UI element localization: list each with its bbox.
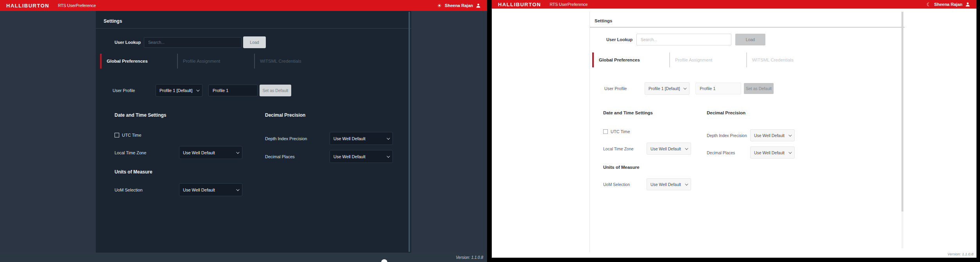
date-time-heading: Date and Time Settings (603, 110, 707, 115)
user-name: Sheena Rajan (445, 3, 473, 8)
right-column: Decimal Precision Depth Index Precision … (265, 112, 393, 196)
profile-name-input[interactable] (695, 83, 741, 94)
chevron-down-icon (685, 182, 688, 185)
load-button[interactable]: Load (243, 36, 266, 48)
utc-time-checkbox[interactable] (603, 129, 608, 134)
preferences-sections: Date and Time Settings UTC Time Local Ti… (603, 110, 905, 190)
decimal-places-value: Use Well Default (754, 150, 785, 155)
page-title: Settings (590, 12, 905, 27)
halliburton-logo: HALLIBURTON (498, 2, 541, 7)
page-body: Settings User Lookup Load Global Prefere… (492, 9, 976, 258)
user-profile-selected-value: Profile 1 [Default] (649, 86, 680, 91)
halliburton-logo: HALLIBURTON (6, 3, 49, 9)
depth-index-precision-select[interactable]: Use Well Default (330, 132, 393, 145)
user-lookup-label: User Lookup (115, 40, 144, 45)
user-profile-select[interactable]: Profile 1 [Default] (156, 84, 202, 97)
chevron-down-icon (788, 133, 792, 136)
depth-index-precision-select[interactable]: Use Well Default (750, 129, 795, 141)
uom-selection-select[interactable]: Use Well Default (179, 183, 242, 196)
uom-selection-select[interactable]: Use Well Default (647, 178, 691, 190)
page-title: Settings (96, 11, 411, 29)
uom-selection-label: UoM Selection (603, 182, 647, 187)
depth-index-precision-label: Depth Index Precision (707, 133, 750, 138)
left-column: Date and Time Settings UTC Time Local Ti… (603, 110, 707, 190)
vertical-scrollbar[interactable] (901, 12, 903, 248)
moon-icon[interactable]: ☾ (926, 2, 931, 7)
chevron-down-icon (196, 88, 199, 91)
version-label: Version: 1.1.0.8 (948, 252, 973, 256)
user-name: Sheena Rajan (934, 2, 962, 7)
user-profile-label: User Profile (113, 88, 156, 93)
utc-time-checkbox[interactable] (115, 133, 119, 137)
version-label: Version: 1.1.0.8 (456, 255, 483, 260)
settings-card: Settings User Lookup Load Global Prefere… (589, 12, 905, 252)
local-time-zone-label: Local Time Zone (115, 150, 179, 155)
decimal-places-row: Decimal Places Use Well Default (265, 150, 393, 163)
app-header: HALLIBURTON RTS UserPreference ☀ Sheena … (0, 0, 487, 11)
decimal-places-value: Use Well Default (333, 154, 365, 159)
utc-time-label: UTC Time (122, 133, 142, 137)
tab-profile-assignment[interactable]: Profile Assignment (177, 54, 254, 69)
decimal-places-label: Decimal Places (707, 150, 750, 155)
utc-time-row: UTC Time (603, 129, 707, 134)
uom-selection-value: Use Well Default (183, 188, 215, 192)
uom-selection-row: UoM Selection Use Well Default (603, 178, 707, 190)
left-column: Date and Time Settings UTC Time Local Ti… (115, 112, 265, 196)
decimal-places-row: Decimal Places Use Well Default (707, 146, 795, 159)
tab-profile-assignment[interactable]: Profile Assignment (669, 52, 746, 67)
set-as-default-button[interactable]: Set as Default (260, 85, 291, 96)
tab-global-preferences[interactable]: Global Preferences (592, 52, 669, 67)
preferences-sections: Date and Time Settings UTC Time Local Ti… (115, 112, 411, 196)
depth-index-precision-label: Depth Index Precision (265, 136, 330, 141)
depth-index-precision-value: Use Well Default (754, 133, 785, 138)
user-lookup-label: User Lookup (606, 37, 636, 42)
sun-icon[interactable]: ☀ (437, 3, 442, 8)
date-time-heading: Date and Time Settings (115, 112, 265, 118)
dual-theme-screenshot: HALLIBURTON RTS UserPreference ☀ Sheena … (0, 0, 980, 262)
utc-time-row: UTC Time (115, 133, 265, 137)
decimal-places-select[interactable]: Use Well Default (750, 146, 795, 159)
app-header: HALLIBURTON RTS UserPreference ☾ Sheena … (492, 0, 976, 9)
user-profile-label: User Profile (604, 86, 645, 91)
user-profile-row: User Profile Profile 1 [Default] Set as … (113, 84, 411, 97)
user-lookup-search-input[interactable] (144, 37, 242, 48)
user-lookup-row: User Lookup Load (115, 36, 411, 48)
right-column: Decimal Precision Depth Index Precision … (707, 110, 795, 190)
units-of-measure-heading: Units of Measure (115, 169, 265, 175)
local-time-zone-value: Use Well Default (650, 146, 681, 151)
profile-name-input[interactable] (208, 85, 258, 96)
units-of-measure-heading: Units of Measure (603, 165, 707, 170)
local-time-zone-label: Local Time Zone (603, 146, 647, 151)
page-body: Settings User Lookup Load Global Prefere… (0, 11, 487, 262)
local-time-zone-select[interactable]: Use Well Default (647, 143, 691, 155)
decimal-precision-heading: Decimal Precision (265, 112, 393, 118)
set-as-default-button[interactable]: Set as Default (744, 83, 774, 94)
app-title: RTS UserPreference (58, 3, 96, 8)
chevron-down-icon (683, 86, 686, 89)
utc-time-label: UTC Time (611, 129, 630, 134)
tab-witsml-credentials[interactable]: WITSML Credentials (746, 52, 823, 67)
person-icon[interactable] (476, 3, 481, 8)
uom-selection-value: Use Well Default (650, 182, 681, 187)
settings-tabs: Global Preferences Profile Assignment WI… (592, 52, 905, 67)
depth-index-precision-value: Use Well Default (333, 136, 365, 141)
tab-global-preferences[interactable]: Global Preferences (100, 54, 177, 69)
load-button[interactable]: Load (735, 34, 765, 45)
scrollbar-thumb[interactable] (901, 12, 903, 211)
local-time-zone-row: Local Time Zone Use Well Default (603, 143, 707, 155)
decimal-places-select[interactable]: Use Well Default (330, 150, 393, 163)
local-time-zone-select[interactable]: Use Well Default (179, 146, 242, 159)
user-profile-row: User Profile Profile 1 [Default] Set as … (604, 82, 905, 95)
depth-index-precision-row: Depth Index Precision Use Well Default (707, 129, 795, 141)
footer-bar: Version: 1.1.0.8 (0, 253, 487, 262)
vertical-scrollbar[interactable] (408, 12, 410, 252)
uom-selection-row: UoM Selection Use Well Default (115, 183, 265, 196)
footer-bar: Version: 1.1.0.8 (948, 250, 973, 257)
chevron-down-icon (788, 150, 792, 154)
chevron-down-icon (236, 150, 239, 154)
tab-witsml-credentials[interactable]: WITSML Credentials (254, 54, 331, 69)
user-lookup-search-input[interactable] (636, 34, 731, 45)
person-icon[interactable] (965, 2, 970, 7)
chevron-down-icon (387, 136, 390, 139)
user-profile-select[interactable]: Profile 1 [Default] (645, 82, 690, 95)
